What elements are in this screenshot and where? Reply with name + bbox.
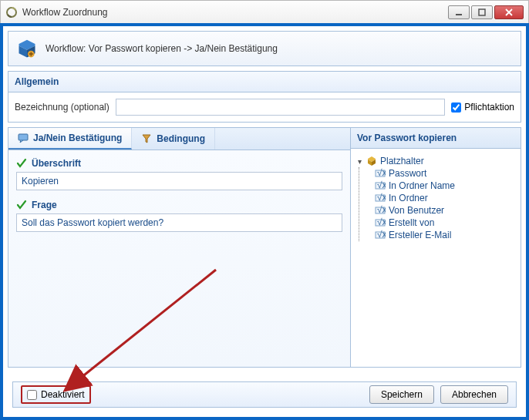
tree-item-label: Erstellt von bbox=[389, 217, 434, 228]
cube-small-icon bbox=[366, 156, 377, 166]
tab-bedingung[interactable]: Bedingung bbox=[132, 128, 215, 150]
tree-children: √xPasswort √xIn Ordner Name √xIn Ordner … bbox=[359, 167, 516, 241]
window-frame: Workflow: Vor Passwort kopieren -> Ja/Ne… bbox=[0, 23, 529, 420]
tree-root[interactable]: ▾ Platzhalter bbox=[355, 155, 516, 167]
right-pane-heading: Vor Passwort kopieren bbox=[351, 128, 521, 149]
frage-label: Frage bbox=[32, 200, 57, 210]
form-area: Überschrift Frage bbox=[8, 150, 350, 367]
svg-text:√x: √x bbox=[377, 180, 386, 190]
tree-item[interactable]: √xErsteller E-Mail bbox=[375, 229, 516, 241]
tab-janein[interactable]: Ja/Nein Bestätigung bbox=[8, 128, 132, 150]
svg-text:√x: √x bbox=[377, 205, 386, 215]
filter-icon bbox=[141, 133, 152, 144]
bezeichnung-input[interactable] bbox=[116, 99, 446, 116]
deaktiviert-checkbox[interactable] bbox=[27, 390, 37, 400]
pflichtaktion-checkbox[interactable] bbox=[451, 102, 461, 113]
speichern-button[interactable]: Speichern bbox=[369, 385, 434, 404]
workflow-header-text: Workflow: Vor Passwort kopieren -> Ja/Ne… bbox=[45, 43, 278, 54]
var-icon: √x bbox=[375, 230, 386, 240]
tab-bedingung-label: Bedingung bbox=[157, 133, 205, 144]
deaktiviert-label: Deaktiviert bbox=[41, 389, 85, 400]
tree-item[interactable]: √xIn Ordner Name bbox=[375, 180, 516, 192]
check-icon bbox=[16, 158, 27, 169]
tree-item-label: In Ordner bbox=[389, 193, 428, 203]
frage-input[interactable] bbox=[16, 213, 342, 232]
right-pane: Vor Passwort kopieren ▾ Platzhalter √xPa… bbox=[351, 128, 521, 367]
comment-icon bbox=[18, 133, 29, 143]
var-icon: √x bbox=[375, 205, 386, 216]
abbrechen-button[interactable]: Abbrechen bbox=[440, 385, 508, 404]
tree-item[interactable]: √xVon Benutzer bbox=[375, 204, 516, 217]
window-maximize-button[interactable] bbox=[471, 5, 493, 19]
var-icon: √x bbox=[375, 217, 386, 228]
tree-item-label: Von Benutzer bbox=[389, 205, 444, 216]
tab-janein-label: Ja/Nein Bestätigung bbox=[33, 133, 122, 143]
allgemein-heading: Allgemein bbox=[8, 72, 521, 92]
var-icon: √x bbox=[375, 193, 386, 203]
collapse-icon[interactable]: ▾ bbox=[355, 157, 363, 166]
var-icon: √x bbox=[375, 180, 386, 191]
check-icon bbox=[16, 200, 27, 210]
workflow-header-panel: Workflow: Vor Passwort kopieren -> Ja/Ne… bbox=[8, 31, 521, 66]
left-pane: Ja/Nein Bestätigung Bedingung Überschrif… bbox=[8, 128, 351, 367]
svg-rect-1 bbox=[456, 14, 462, 15]
svg-rect-4 bbox=[19, 134, 28, 140]
tree-item[interactable]: √xErstellt von bbox=[375, 217, 516, 229]
svg-text:√x: √x bbox=[377, 217, 386, 227]
tab-strip: Ja/Nein Bestätigung Bedingung bbox=[8, 128, 350, 150]
allgemein-section: Allgemein Bezeichnung (optional) Pflicht… bbox=[8, 71, 521, 123]
tree-root-label: Platzhalter bbox=[380, 156, 424, 166]
window-close-button[interactable] bbox=[494, 5, 524, 19]
tree-item-label: Passwort bbox=[389, 168, 426, 179]
tree-item[interactable]: √xIn Ordner bbox=[375, 192, 516, 204]
tree-item-label: In Ordner Name bbox=[389, 180, 455, 191]
var-icon: √x bbox=[375, 168, 386, 179]
svg-text:√x: √x bbox=[377, 193, 386, 203]
deaktiviert-highlight: Deaktiviert bbox=[21, 385, 91, 404]
tree-item[interactable]: √xPasswort bbox=[375, 167, 516, 180]
ueberschrift-label: Überschrift bbox=[32, 158, 81, 169]
ueberschrift-input[interactable] bbox=[16, 172, 342, 190]
pflichtaktion-label: Pflichtaktion bbox=[464, 102, 514, 113]
placeholder-tree: ▾ Platzhalter √xPasswort √xIn Ordner Nam… bbox=[351, 149, 521, 367]
bezeichnung-label: Bezeichnung (optional) bbox=[15, 102, 110, 113]
svg-text:√x: √x bbox=[377, 230, 386, 240]
app-icon bbox=[5, 6, 18, 18]
window-titlebar: Workflow Zuordnung bbox=[0, 0, 529, 23]
svg-rect-2 bbox=[479, 9, 485, 15]
window-title: Workflow Zuordnung bbox=[22, 7, 448, 18]
window-minimize-button[interactable] bbox=[448, 5, 470, 19]
footer-bar: Deaktiviert Speichern Abbrechen bbox=[12, 381, 517, 408]
cube-icon bbox=[16, 38, 38, 59]
svg-text:√x: √x bbox=[377, 168, 386, 178]
tree-item-label: Ersteller E-Mail bbox=[389, 230, 451, 240]
main-split: Ja/Nein Bestätigung Bedingung Überschrif… bbox=[8, 127, 521, 368]
